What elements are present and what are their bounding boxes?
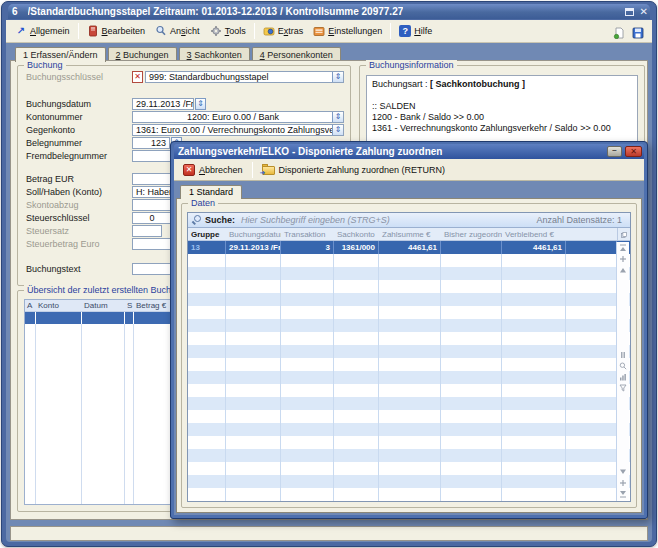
empty-table-row[interactable] bbox=[188, 345, 630, 358]
group-daten-label: Daten bbox=[188, 198, 218, 208]
menu-separator bbox=[254, 23, 255, 39]
menu-einstellungen[interactable]: Einstellungen bbox=[308, 23, 387, 39]
empty-table-row[interactable] bbox=[188, 306, 630, 319]
dialog-close-icon[interactable]: ✕ bbox=[625, 146, 642, 157]
abbrechen-button[interactable]: ✕ Abbrechen bbox=[178, 162, 248, 178]
edit-notebook-icon bbox=[87, 25, 99, 37]
col-verbleibend[interactable]: Verbleibend € bbox=[502, 228, 566, 240]
steuersatz-field[interactable] bbox=[132, 225, 162, 237]
empty-table-row[interactable] bbox=[188, 410, 630, 423]
steuerschluessel-label: Steuerschlüssel bbox=[26, 213, 90, 223]
empty-table-row[interactable] bbox=[188, 436, 630, 449]
empty-table-row[interactable] bbox=[188, 254, 630, 267]
buchungsdatum-label: Buchungsdatum bbox=[26, 99, 91, 109]
menu-hilfe[interactable]: ? Hilfe bbox=[394, 23, 437, 39]
col-datum: Datum bbox=[82, 300, 125, 311]
empty-table-row[interactable] bbox=[188, 488, 630, 501]
buchungsdatum-field[interactable]: 29.11.2013 /Fr bbox=[132, 98, 194, 110]
col-gruppe[interactable]: Gruppe bbox=[188, 228, 226, 240]
dialog-tab-standard[interactable]: 1 Standard bbox=[180, 185, 242, 199]
saldo-line-1200: 1200 - Bank / Saldo >> 0.00 bbox=[372, 112, 632, 123]
columns-icon[interactable] bbox=[619, 351, 627, 359]
new-document-icon[interactable] bbox=[613, 25, 625, 37]
gegenkonto-combobox[interactable]: 1361: Euro 0.00 / Verrechnungskonto Zahl… bbox=[132, 124, 344, 136]
arrow-up-right-icon: ↗ bbox=[15, 25, 27, 37]
empty-table-row[interactable] bbox=[188, 332, 630, 345]
restore-window-icon[interactable] bbox=[625, 8, 634, 16]
group-buchungsinformation-label: Buchungsinformation bbox=[366, 60, 457, 70]
dialog-titlebar: Zahlungsverkehr/ELKO - Disponierte Zahlu… bbox=[174, 144, 644, 159]
belegnummer-field[interactable]: 123 bbox=[132, 137, 170, 149]
scroll-down-icon[interactable] bbox=[619, 468, 627, 476]
cell-zahlsumme: 4461,61 bbox=[379, 241, 441, 254]
toolbar-right bbox=[613, 25, 648, 37]
menu-ansicht[interactable]: Ansicht bbox=[150, 23, 205, 39]
menu-allgemein[interactable]: ↗ Allgemein bbox=[10, 23, 75, 39]
dropdown-arrow-icon[interactable]: ⇕ bbox=[332, 112, 343, 122]
insert-row-icon[interactable] bbox=[619, 255, 627, 263]
buchungstext-label: Buchungstext bbox=[26, 264, 81, 274]
scroll-to-top-icon[interactable] bbox=[619, 244, 627, 252]
filter-icon[interactable] bbox=[619, 384, 627, 392]
empty-table-row[interactable] bbox=[188, 371, 630, 384]
close-window-icon[interactable]: ✕ bbox=[640, 8, 648, 16]
menu-tools[interactable]: Tools bbox=[205, 23, 251, 39]
kontonummer-combobox[interactable]: 1200: Euro 0.00 / Bank ⇕ bbox=[132, 111, 344, 123]
magnifier-icon bbox=[155, 25, 167, 37]
record-count: Anzahl Datensätze: 1 bbox=[536, 215, 626, 225]
tab-sachkonten[interactable]: 3 Sachkonten bbox=[179, 47, 250, 61]
steuerschluessel-field[interactable]: 0 bbox=[132, 212, 172, 224]
empty-table-row[interactable] bbox=[188, 397, 630, 410]
tab-personenkonten[interactable]: 4 Personenkonten bbox=[252, 47, 341, 61]
dropdown-arrow-icon[interactable]: ⇕ bbox=[332, 72, 343, 82]
menu-extras[interactable]: Extras bbox=[258, 23, 309, 39]
scroll-to-bottom-icon[interactable] bbox=[619, 490, 627, 498]
cell-sachkonto: 1361/000 bbox=[334, 241, 379, 254]
empty-table-row[interactable] bbox=[188, 319, 630, 332]
gear-icon bbox=[210, 25, 222, 37]
buchungsinformation-text: Buchungsart : [ Sachkontobuchung ] :: SA… bbox=[366, 75, 638, 145]
dialog-toolbar: ✕ Abbrechen ➜ Disponierte Zahlung zuordn… bbox=[174, 159, 644, 181]
empty-table-row[interactable] bbox=[188, 462, 630, 475]
col-bisher-zugeordnet[interactable]: Bisher zugeordnet bbox=[441, 228, 502, 240]
empty-table-row[interactable] bbox=[188, 449, 630, 462]
tab-buchungen[interactable]: 2 Buchungen bbox=[108, 47, 177, 61]
buchungsschluessel-combobox[interactable]: 999: Standardbuchungsstapel ⇕ bbox=[145, 71, 344, 83]
tab-erfassen-aendern[interactable]: 1 Erfassen/Ändern bbox=[15, 47, 106, 62]
main-tabstrip: 1 Erfassen/Ändern 2 Buchungen 3 Sachkont… bbox=[15, 47, 341, 61]
cell-verbleibend: 4461,61 bbox=[502, 241, 566, 254]
col-buchungsdatum[interactable]: Buchungsdatum bbox=[226, 228, 281, 240]
dropdown-arrow-icon[interactable]: ⇕ bbox=[332, 125, 343, 135]
buchungsschluessel-label: Buchungsschlüssel bbox=[26, 72, 103, 82]
empty-table-row[interactable] bbox=[188, 423, 630, 436]
append-row-icon[interactable] bbox=[619, 479, 627, 487]
zuordnen-button[interactable]: ➜ Disponierte Zahlung zuordnen (RETURN) bbox=[257, 162, 451, 177]
date-spinner-icon[interactable]: ⇕ bbox=[195, 98, 206, 110]
col-konto: Konto bbox=[36, 300, 82, 311]
empty-table-row[interactable] bbox=[188, 280, 630, 293]
clear-red-x-icon[interactable]: ✕ bbox=[132, 71, 143, 83]
empty-table-row[interactable] bbox=[188, 293, 630, 306]
selected-payment-row[interactable]: 13 29.11.2013 /Fr 3 1361/000 4461,61 446… bbox=[188, 241, 630, 254]
col-a: A bbox=[25, 300, 36, 311]
dialog-minimize-icon[interactable]: − bbox=[607, 146, 622, 157]
search-bar[interactable]: Suche: Hier Suchbegriff eingeben (STRG+S… bbox=[188, 213, 630, 228]
dialog-table-empty-rows bbox=[188, 254, 630, 501]
dialog-table-container: Suche: Hier Suchbegriff eingeben (STRG+S… bbox=[187, 212, 631, 502]
grid-search-icon[interactable] bbox=[619, 362, 627, 370]
col-sachkonto[interactable]: Sachkonto bbox=[334, 228, 379, 240]
empty-table-row[interactable] bbox=[188, 267, 630, 280]
search-input[interactable]: Hier Suchbegriff eingeben (STRG+S) bbox=[241, 215, 390, 225]
empty-table-row[interactable] bbox=[188, 475, 630, 488]
cancel-x-icon: ✕ bbox=[183, 164, 195, 176]
save-icon[interactable] bbox=[632, 25, 644, 37]
empty-table-row[interactable] bbox=[188, 358, 630, 371]
col-zahlsumme[interactable]: Zahlsumme € bbox=[379, 228, 441, 240]
empty-table-row[interactable] bbox=[188, 384, 630, 397]
col-transaktion[interactable]: Transaktion bbox=[281, 228, 334, 240]
scroll-up-icon[interactable] bbox=[619, 266, 627, 274]
dialog-tab-page: Daten Suche: Hier Suchbegriff eingeben (… bbox=[176, 198, 642, 513]
copy-table-icon[interactable] bbox=[617, 228, 630, 240]
chart-icon[interactable] bbox=[619, 373, 627, 381]
menu-bearbeiten[interactable]: Bearbeiten bbox=[82, 23, 151, 39]
